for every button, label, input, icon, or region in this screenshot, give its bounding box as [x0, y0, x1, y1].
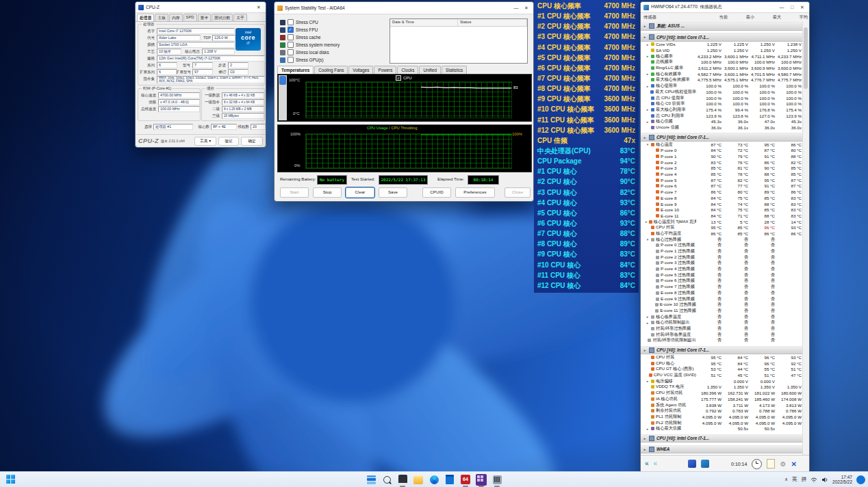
- expander-icon[interactable]: ▸: [646, 72, 650, 76]
- expander-icon[interactable]: ▸: [643, 348, 647, 352]
- sensor-row[interactable]: E-core 10 过热降频否否否: [641, 302, 803, 308]
- hwinfo-close-button[interactable]: ✕: [798, 5, 806, 10]
- sensor-row[interactable]: ▸电压偏移0.000 V0.000 V: [641, 378, 803, 384]
- layout-alt-icon[interactable]: [701, 460, 709, 468]
- sensor-row[interactable]: P-core 1 过热降频否否否: [641, 248, 803, 254]
- hwinfo-scrollbar[interactable]: [802, 22, 809, 456]
- taskbar-icon-file-explorer[interactable]: [413, 474, 424, 485]
- sensor-row[interactable]: P-core 5 过热降频否否否: [641, 272, 803, 278]
- sensor-row[interactable]: CPU 封装功耗180.396 W162.731 W181.022 W180.6…: [641, 390, 803, 396]
- sensor-row[interactable]: 核心 C0 驻留率100.0 %100.0 %100.0 %100.0 %: [641, 101, 803, 107]
- sensor-row[interactable]: 剩余封装功耗0.792 W0.783 W0.788 W0.786 W: [641, 408, 803, 414]
- sensor-row[interactable]: SA VID1.250 V1.250 V1.250 V1.250 V: [641, 47, 803, 53]
- hwinfo-scroll-thumb[interactable]: [804, 27, 808, 89]
- sensor-row[interactable]: ▸Core VIDs1.225 V1.225 V1.250 V1.238 V: [641, 42, 803, 48]
- taskbar-icon-purple-app[interactable]: [476, 474, 487, 485]
- hwinfo-column-headers[interactable]: 传感器 当前 最小 最大 平均: [641, 13, 809, 23]
- clock-icon[interactable]: [752, 459, 762, 469]
- sensor-row[interactable]: P-core 786 °C80 °C89 °C86 °C: [641, 189, 803, 195]
- cpuz-validate-button[interactable]: 验证: [218, 137, 239, 146]
- sensor-row[interactable]: CPU 封装95 °C84 °C96 °C93 °C: [641, 354, 803, 360]
- cpuz-tab-5[interactable]: 显卡: [198, 14, 212, 21]
- sensor-row[interactable]: P-core 3 过热降频否否否: [641, 261, 803, 267]
- layout-icon[interactable]: [688, 460, 696, 468]
- stability-titlebar[interactable]: System Stability Test - AIDA64 — ✕: [275, 2, 533, 14]
- stop-button[interactable]: Stop: [313, 187, 342, 198]
- notification-center-badge[interactable]: [856, 475, 865, 484]
- stability-tab-clocks[interactable]: Clocks: [397, 66, 418, 74]
- sensor-row[interactable]: Ring/LLC 频率3,611.2 MHz3,600.1 MHz3,600.9…: [641, 65, 803, 71]
- ime-language-indicator[interactable]: 英: [792, 476, 797, 483]
- expander-icon[interactable]: ▸: [643, 447, 647, 451]
- wifi-icon[interactable]: [810, 477, 817, 483]
- sensor-row[interactable]: 封装/环形功耗限制超出否否否: [641, 338, 803, 344]
- start-button[interactable]: [5, 474, 16, 485]
- sensor-group-header[interactable]: ▸CPU [#0]: Intel Core i7-1...: [641, 33, 803, 42]
- sensor-row[interactable]: 系统 Agent 功耗3.838 W3.711 W4.173 W3.813 W: [641, 402, 803, 408]
- sensor-row[interactable]: E-core 9 过热降频否否否: [641, 296, 803, 302]
- sensor-row[interactable]: E-core 1084 °C75 °C85 °C83 °C: [641, 207, 803, 213]
- expander-icon[interactable]: ▸: [646, 321, 650, 325]
- stability-tab-temperatures[interactable]: Temperatures: [277, 66, 314, 74]
- cpuz-tab-1[interactable]: 处理器: [137, 14, 154, 21]
- stress-checkbox[interactable]: [288, 34, 294, 40]
- sensor-row[interactable]: 总 CPU 使用率100.0 %100.0 %100.0 %100.0 %: [641, 95, 803, 101]
- sensor-row[interactable]: ▸核心临界温度否否否: [641, 314, 803, 320]
- sensor-row[interactable]: P-core 190 °C79 °C91 °C88 °C: [641, 153, 803, 159]
- stress-checkbox[interactable]: [288, 19, 294, 25]
- sensor-row[interactable]: ▸核心使用率100.0 %100.0 %100.0 %100.0 %: [641, 83, 803, 89]
- cpuz-tab-7[interactable]: 关于: [233, 14, 247, 21]
- stability-log-list[interactable]: Date & Time Status: [390, 18, 528, 64]
- sensor-group-header[interactable]: ▸系统: ASUS ...: [641, 22, 803, 31]
- speaker-icon[interactable]: [821, 477, 828, 483]
- collapse-all-icon[interactable]: «: [645, 460, 649, 467]
- expander-icon[interactable]: ▸: [646, 84, 650, 88]
- sensor-row[interactable]: P-core 2 过热降频否否否: [641, 254, 803, 261]
- sensor-row[interactable]: 总线频率100.0 MHz100.0 MHz100.0 MHz100.0 MHz: [641, 60, 803, 66]
- sensor-row[interactable]: ▸核心有效频率4,582.7 MHz3,600.1 MHz4,701.5 MHz…: [641, 71, 803, 77]
- stability-tab-unified[interactable]: Unified: [419, 66, 441, 74]
- sensor-row[interactable]: E-core 1184 °C71 °C88 °C83 °C: [641, 213, 803, 219]
- sensor-row[interactable]: 最大核心有效频率4,775.5 MHz4,575.1 MHz4,776.7 MH…: [641, 77, 803, 83]
- taskbar-icon-cpuz-app[interactable]: [492, 474, 502, 485]
- temp-graph-legend[interactable]: ✓ CPU: [396, 75, 412, 81]
- hwinfo-maximize-button[interactable]: □: [788, 5, 796, 10]
- sensor-row[interactable]: P-core 485 °C78 °C88 °C85 °C: [641, 171, 803, 177]
- taskbar-icon-edge[interactable]: [429, 474, 439, 485]
- sensor-row[interactable]: E-core 11 过热降频否否否: [641, 308, 803, 314]
- graph-scroll-strip[interactable]: [279, 75, 287, 120]
- sensor-row[interactable]: P-core 283 °C76 °C86 °C82 °C: [641, 159, 803, 166]
- stress-checkbox[interactable]: [288, 27, 294, 33]
- cpuz-tab-4[interactable]: SPD: [183, 14, 197, 21]
- sensor-group-header[interactable]: ▸WHEA: [641, 445, 803, 454]
- stability-tab-voltages[interactable]: Voltages: [348, 66, 373, 74]
- taskbar-icon-aida64[interactable]: 64: [460, 474, 471, 485]
- sensor-row[interactable]: P-core 385 °C81 °C90 °C85 °C: [641, 166, 803, 172]
- expander-icon[interactable]: ▸: [646, 120, 650, 124]
- hwinfo-minimize-button[interactable]: —: [778, 5, 786, 10]
- sensor-row[interactable]: ▸核心温度到 TjMAX 距离13 °C5 °C28 °C14 °C: [641, 219, 803, 225]
- cpuz-tab-2[interactable]: 主板: [155, 14, 168, 21]
- stress-checkbox[interactable]: [288, 42, 294, 48]
- sensor-row[interactable]: 总 CPU 利用率123.9 %123.8 %127.0 %123.9 %: [641, 113, 803, 119]
- expander-icon[interactable]: ▸: [646, 220, 648, 224]
- sensor-row[interactable]: E-core 8 过热降频否否否: [641, 290, 803, 296]
- sensor-group-header[interactable]: ▸CPU [#0]: Intel Core i7-1...: [641, 434, 803, 443]
- sensor-row[interactable]: ▸核心最大倍频50.5x50.5x: [641, 425, 803, 432]
- sensor-row[interactable]: ▾核心温度87 °C73 °C95 °C86 °C: [641, 142, 803, 148]
- taskbar-clock[interactable]: 17:47 2022/5/22: [832, 475, 852, 485]
- expander-icon[interactable]: ▸: [643, 35, 647, 39]
- hwinfo-close-sensors-icon[interactable]: ✕: [791, 460, 796, 468]
- sensor-row[interactable]: CPU VCC 温度 (SVID)51 °C45 °C51 °C47 °C: [641, 372, 803, 378]
- tray-chevron-icon[interactable]: ∧: [784, 477, 788, 482]
- settings-gear-icon[interactable]: ⚙: [780, 460, 786, 468]
- sensor-row[interactable]: 最大 CPU/线程使用率100.0 %100.0 %100.0 %100.0 %: [641, 89, 803, 95]
- cpuz-titlebar[interactable]: CPU-Z ✕: [136, 2, 266, 13]
- expander-icon[interactable]: ▸: [646, 54, 650, 58]
- stress-checkbox[interactable]: [288, 57, 294, 63]
- sensor-row[interactable]: PL2 功耗限制4,095.0 W4,095.0 W4,095.0 W4,095…: [641, 420, 803, 426]
- expander-icon[interactable]: ▸: [643, 135, 647, 140]
- expander-icon[interactable]: ▾: [646, 142, 650, 146]
- sensor-row[interactable]: ▸核心功耗限制超出否否否: [641, 319, 803, 326]
- sensor-row[interactable]: IA 核心功耗175.777 W158.241 W185.460 W174.00…: [641, 396, 803, 402]
